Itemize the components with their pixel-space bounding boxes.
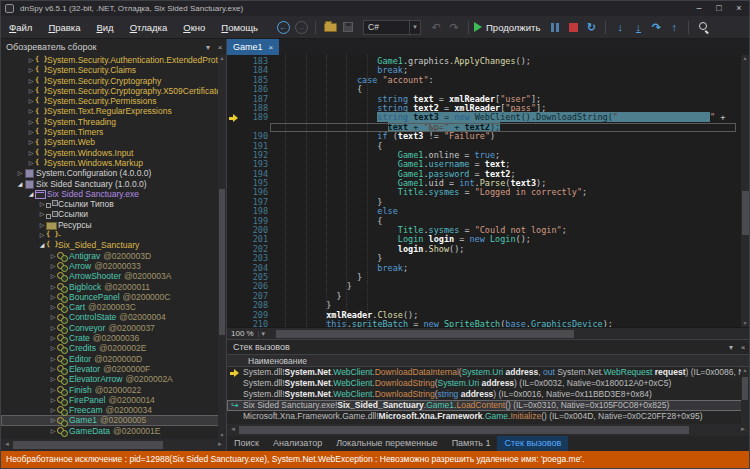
step-into-button[interactable]: ↓ (611, 18, 629, 36)
call-stack-horizontal-scrollbar[interactable]: ◄ ► (227, 424, 749, 436)
save-button[interactable] (339, 18, 357, 36)
tree-vertical-scrollbar[interactable]: ▲ ▼ (218, 55, 226, 439)
tree-expander-icon[interactable]: ▷ (27, 158, 35, 168)
tree-item[interactable]: ▷System.Windows.Input (1, 148, 226, 158)
pause-button[interactable] (546, 18, 564, 36)
tree-expander-icon[interactable]: ▷ (49, 426, 57, 436)
menu-item-Вид[interactable]: Вид (88, 16, 121, 39)
code-editor[interactable]: 183 Game1.graphics.ApplyChanges();184 br… (227, 55, 749, 327)
dock-tab-Локальные переменные[interactable]: Локальные переменные (329, 436, 444, 451)
tree-item[interactable]: ▷Editor@0200000D (1, 354, 226, 364)
tree-expander-icon[interactable]: ▷ (49, 312, 57, 322)
redo-button[interactable]: ↷ (445, 18, 463, 36)
dock-tab-Поиск[interactable]: Поиск (227, 436, 266, 451)
tree-expander-icon[interactable]: ▷ (27, 127, 35, 137)
tree-item[interactable]: ▷System.Timers (1, 127, 226, 137)
tree-item[interactable]: ▷Freecam@02000034 (1, 405, 226, 415)
tree-item[interactable]: ▷System.Security.Permissions (1, 96, 226, 106)
tree-expander-icon[interactable]: ▷ (16, 168, 24, 178)
tree-expander-icon[interactable]: ▷ (49, 354, 57, 364)
restart-button[interactable]: ↻ (582, 18, 600, 36)
tree-item[interactable]: ▷ArrowShooter@0200003A (1, 271, 226, 281)
stop-button[interactable] (564, 18, 582, 36)
editor-horizontal-scrollbar[interactable] (268, 328, 749, 340)
tree-item[interactable]: ▷GameData@0200001E (1, 426, 226, 436)
tree-expander-icon[interactable]: ▷ (27, 86, 35, 96)
tree-item[interactable]: ▷System.Text.RegularExpressions (1, 106, 226, 116)
call-stack-column-header[interactable]: Наименование (227, 354, 749, 367)
tree-item[interactable]: ▷Credits@0200002E (1, 343, 226, 353)
minimize-button[interactable]: – (689, 1, 709, 16)
tree-item[interactable]: ▷Elevator@0200000F (1, 364, 226, 374)
call-stack-frame[interactable]: System.dll!System.Net.WebClient.Download… (227, 389, 749, 400)
tree-expander-icon[interactable]: ▷ (27, 106, 35, 116)
show-next-statement-button[interactable]: ↑ (665, 18, 683, 36)
tree-expander-icon[interactable]: ▷ (49, 333, 57, 343)
tree-expander-icon[interactable]: ▷ (38, 230, 46, 240)
tree-item[interactable]: ▷Arrow@02000033 (1, 261, 226, 271)
menu-item-Файл[interactable]: Файл (1, 16, 40, 39)
tree-item[interactable]: ▷Conveyor@02000037 (1, 323, 226, 333)
zoom-chevron-icon[interactable]: ▼ (258, 331, 268, 337)
assembly-tree[interactable]: ▷System.Security.Authentication.Extended… (1, 55, 226, 439)
tree-expander-icon[interactable]: ▷ (27, 137, 35, 147)
tree-expander-icon[interactable]: ▷ (27, 76, 35, 86)
tree-expander-icon[interactable]: ▷ (49, 395, 57, 405)
panel-menu-icon[interactable]: ▾ (202, 43, 214, 52)
open-button[interactable] (321, 18, 339, 36)
tree-item[interactable]: ◢Six Sided Sanctuary.exe (1, 189, 226, 199)
call-stack-vertical-scrollbar[interactable]: ▲ (741, 367, 749, 424)
tree-horizontal-scrollbar[interactable]: ◄ ► (1, 439, 226, 451)
tree-expander-icon[interactable]: ▷ (49, 323, 57, 333)
tree-item[interactable]: ▷Ресурсы (1, 220, 226, 230)
tree-item[interactable]: ▷System.Security.Cryptography.X509Certif… (1, 86, 226, 96)
menu-item-Отладка[interactable]: Отладка (122, 16, 176, 39)
tree-item[interactable]: ▷ElevatorArrow@0200002A (1, 374, 226, 384)
panel-close-icon[interactable]: × (737, 343, 749, 352)
tree-expander-icon[interactable]: ▷ (27, 148, 35, 158)
navigate-back-button[interactable]: ← (274, 18, 292, 36)
dock-tab-Память 1[interactable]: Память 1 (445, 436, 498, 451)
tree-item[interactable]: ▷Antigrav@0200003D (1, 251, 226, 261)
language-combobox[interactable]: C# ▼ (363, 20, 421, 35)
tree-expander-icon[interactable]: ▷ (27, 117, 35, 127)
chevron-down-icon[interactable]: ▼ (409, 21, 420, 34)
tree-item[interactable]: ▷FirePanel@02000014 (1, 395, 226, 405)
navigate-forward-button[interactable]: → (292, 18, 310, 36)
tree-item[interactable]: ◢Six_Sided_Sanctuary (1, 240, 226, 250)
tree-item[interactable]: ▷System.Threading (1, 117, 226, 127)
call-stack-frame[interactable]: System.dll!System.Net.WebClient.Download… (227, 367, 749, 378)
tree-item[interactable]: ▷System.Security.Claims (1, 65, 226, 75)
tree-expander-icon[interactable]: ▷ (38, 220, 46, 230)
tree-item[interactable]: ▷Cart@0200003C (1, 302, 226, 312)
tree-expander-icon[interactable]: ▷ (49, 271, 57, 281)
tree-item[interactable]: ▷System.Windows.Markup (1, 158, 226, 168)
tree-expander-icon[interactable]: ▷ (27, 96, 35, 106)
tree-expander-icon[interactable]: ▷ (49, 415, 57, 425)
tab-game1[interactable]: Game1 × (227, 39, 279, 55)
tree-item[interactable]: ▷System.Web (1, 137, 226, 147)
call-stack-frame[interactable]: ↪Six Sided Sanctuary.exe!Six_Sided_Sanct… (227, 400, 749, 411)
tree-expander-icon[interactable]: ▷ (27, 55, 35, 65)
tree-expander-icon[interactable]: ▷ (49, 302, 57, 312)
tree-expander-icon[interactable]: ▷ (27, 65, 35, 75)
dock-tab-Стек вызовов[interactable]: Стек вызовов (497, 436, 568, 451)
tree-expander-icon[interactable]: ▷ (49, 374, 57, 384)
tree-item[interactable]: ▷ControlState@02000004 (1, 312, 226, 322)
tree-expander-icon[interactable]: ◢ (27, 189, 35, 199)
tree-item[interactable]: ▷Finish@02000022 (1, 385, 226, 395)
tree-item[interactable]: ▷- (1, 230, 226, 240)
maximize-button[interactable]: □ (709, 1, 729, 16)
tree-expander-icon[interactable]: ▷ (38, 209, 46, 219)
search-button[interactable] (694, 18, 712, 36)
tree-expander-icon[interactable]: ▷ (49, 251, 57, 261)
menu-item-Правка[interactable]: Правка (40, 16, 88, 39)
tree-item[interactable]: ▷Bigblock@02000011 (1, 282, 226, 292)
call-stack-frame[interactable]: System.dll!System.Net.WebClient.Download… (227, 378, 749, 389)
menu-item-Помощь[interactable]: Помощь (213, 16, 266, 39)
tree-expander-icon[interactable]: ◢ (16, 179, 24, 189)
tree-expander-icon[interactable]: ▷ (49, 405, 57, 415)
undo-button[interactable]: ↶ (427, 18, 445, 36)
tree-item[interactable]: ▷Crate@02000036 (1, 333, 226, 343)
tree-expander-icon[interactable]: ▷ (49, 343, 57, 353)
